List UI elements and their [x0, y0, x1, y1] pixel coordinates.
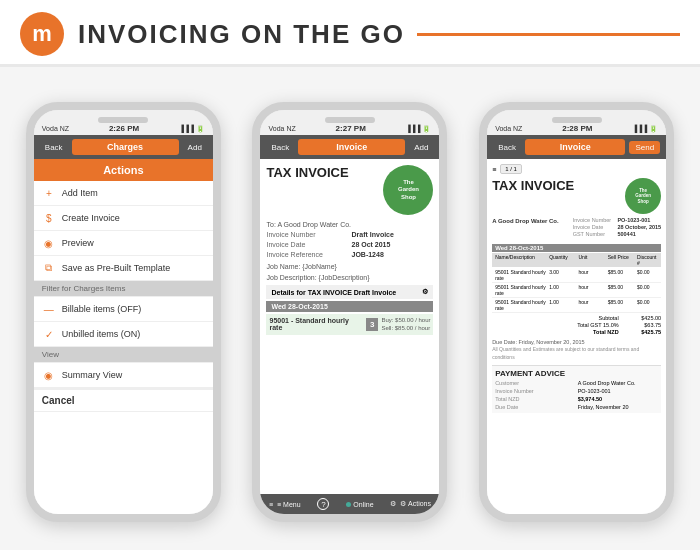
inv-date-value: 28 Oct 2015: [351, 241, 433, 248]
menu-label-preview: Preview: [62, 238, 94, 248]
due-note: All Quantities and Estimates are subject…: [492, 346, 661, 361]
app-logo: m: [20, 12, 64, 56]
table-row-3: 95001 Standard hourly rate 1.00 hour $85…: [492, 298, 661, 313]
gst-total-label: Total GST 15.0%: [577, 322, 618, 328]
customer-section: A Good Drop Water Co.: [492, 217, 559, 240]
inv-date-value-3: 28 October, 2015: [617, 224, 661, 230]
time-1: 2:26 PM: [109, 124, 139, 133]
nav-title-2: Invoice: [298, 139, 405, 155]
hamburger-icon[interactable]: ≡: [492, 166, 496, 173]
status-bar-2: Voda NZ 2:27 PM ▐▐▐ 🔋: [260, 110, 439, 135]
menu-item-summary[interactable]: ◉ Summary View: [34, 363, 213, 388]
pay-customer-label: Customer: [495, 380, 576, 386]
phones-container: Voda NZ 2:26 PM ▐▐▐ 🔋 Back Charges Add A…: [0, 67, 700, 549]
customer-label: A Good Drop Water Co.: [492, 217, 559, 226]
app-header: m INVOICING ON THE GO: [0, 0, 700, 67]
total-nzd-value: $425.75: [620, 329, 661, 335]
status-bar-3: Voda NZ 2:28 PM ▐▐▐ 🔋: [487, 110, 666, 135]
due-date: Due Date: Friday, November 20, 2015: [492, 338, 661, 346]
pay-due-value: Friday, November 20: [578, 404, 659, 410]
invoice-title-row: TAX INVOICE The Garden Shop: [266, 165, 433, 215]
nav-title-3: Invoice: [525, 139, 626, 155]
table-row-1: 95001 Standard hourly rate 3.00 hour $85…: [492, 268, 661, 283]
inv-date-label-3: Invoice Date: [573, 224, 617, 230]
menu-label-billable: Billable items (OFF): [62, 304, 142, 314]
plus-icon: +: [42, 186, 56, 200]
job-desc: Job Description: {JobDescription}: [266, 274, 433, 281]
add-btn-2[interactable]: Add: [409, 141, 433, 154]
invoice-full-screen: ≡ 1 / 1 TAX INVOICE The Garden Shop A Go…: [487, 159, 666, 514]
prices: Buy: $50.00 / hour Sell: $85.00 / hour: [381, 316, 430, 333]
time-2: 2:27 PM: [336, 124, 366, 133]
menu-item-billable[interactable]: — Billable items (OFF): [34, 297, 213, 322]
nav-title-1: Charges: [72, 139, 179, 155]
menu-list: + Add Item $ Create Invoice ◉ Preview ⧉ …: [34, 181, 213, 514]
pay-invoice-label: Invoice Number: [495, 388, 576, 394]
menu-btn[interactable]: ≡ ≡ Menu: [269, 501, 301, 508]
inv-date-label: Invoice Date: [266, 241, 348, 248]
draft-details-header: Details for TAX INVOICE Draft Invoice ⚙: [266, 285, 433, 299]
back-btn-2[interactable]: Back: [266, 141, 294, 154]
filter-label: Filter for Charges Items: [42, 284, 126, 293]
section-view: View: [34, 347, 213, 363]
header-divider: [417, 33, 680, 36]
menu-item-unbilled[interactable]: ✓ Unbilled items (ON): [34, 322, 213, 347]
th-qty: Quantity: [549, 254, 577, 266]
bottom-bar-2: ≡ ≡ Menu ? Online ⚙ ⚙ Actions: [260, 494, 439, 514]
line-item-content: 95001 - Standard hourly rate: [269, 317, 363, 331]
th-discount: Discount #: [637, 254, 658, 266]
actions-icon: ⚙: [390, 500, 396, 508]
carrier-3: Voda NZ: [495, 125, 522, 132]
full-invoice-header: TAX INVOICE The Garden Shop: [492, 178, 661, 214]
subtotal-value: $425.00: [620, 315, 661, 321]
actions-btn[interactable]: ⚙ ⚙ Actions: [390, 500, 431, 508]
menu-item-save[interactable]: ⧉ Save as Pre-Built Template: [34, 256, 213, 281]
summary-icon: ◉: [42, 368, 56, 382]
payment-title: PAYMENT ADVICE: [495, 369, 658, 378]
pay-total-value: $3,974.50: [578, 396, 659, 402]
job-name: Job Name: {JobName}: [266, 263, 433, 270]
menu-icon: ≡: [269, 501, 273, 508]
status-icons-3: ▐▐▐ 🔋: [632, 125, 658, 133]
gst-total-value: $63.75: [620, 322, 661, 328]
invoice-title-2: TAX INVOICE: [266, 165, 348, 180]
pay-customer-value: A Good Drop Water Co.: [578, 380, 659, 386]
inv-ref-label: Invoice Reference: [266, 251, 348, 258]
hamburger-nav: ≡ 1 / 1: [492, 164, 661, 174]
add-btn-1[interactable]: Add: [183, 141, 207, 154]
carrier-2: Voda NZ: [268, 125, 295, 132]
subtotal-label: Subtotal: [577, 315, 618, 321]
back-btn-3[interactable]: Back: [493, 141, 521, 154]
line-item: 95001 - Standard hourly rate 3 Buy: $50.…: [266, 314, 433, 335]
menu-item-create[interactable]: $ Create Invoice: [34, 206, 213, 231]
status-icons-1: ▐▐▐ 🔋: [179, 125, 205, 133]
gst-label: GST Number: [573, 231, 617, 237]
menu-label-add: Add Item: [62, 188, 98, 198]
hours-value: 3: [366, 318, 378, 331]
full-invoice-info: A Good Drop Water Co. Invoice Number PO-…: [492, 217, 661, 240]
status-bar-1: Voda NZ 2:26 PM ▐▐▐ 🔋: [34, 110, 213, 135]
total-nzd-label: Total NZD: [577, 329, 618, 335]
menu-item-add[interactable]: + Add Item: [34, 181, 213, 206]
back-btn-1[interactable]: Back: [40, 141, 68, 154]
help-btn[interactable]: ?: [317, 498, 329, 510]
payment-advice: PAYMENT ADVICE Customer A Good Drop Wate…: [492, 365, 661, 413]
menu-label-unbilled: Unbilled items (ON): [62, 329, 141, 339]
actions-header: Actions: [34, 159, 213, 181]
inv-num-label-3: Invoice Number: [573, 217, 617, 223]
th-name: Name/Description: [495, 254, 548, 266]
help-icon: ?: [317, 498, 329, 510]
invoice-screen: TAX INVOICE The Garden Shop To: A Good D…: [260, 159, 439, 494]
save-icon: ⧉: [42, 261, 56, 275]
phone-1: Voda NZ 2:26 PM ▐▐▐ 🔋 Back Charges Add A…: [26, 102, 221, 522]
inv-ref-value: JOB-1248: [351, 251, 433, 258]
menu-item-preview[interactable]: ◉ Preview: [34, 231, 213, 256]
pay-total-label: Total NZD: [495, 396, 576, 402]
totals-section: Subtotal $425.00 Total GST 15.0% $63.75 …: [492, 315, 661, 335]
cancel-item[interactable]: Cancel: [34, 388, 213, 412]
dash-icon: —: [42, 302, 56, 316]
nav-bar-1: Back Charges Add: [34, 135, 213, 159]
send-btn[interactable]: Send: [629, 141, 660, 154]
full-date-header: Wed 28-Oct-2015: [492, 244, 661, 252]
totals-grid: Subtotal $425.00 Total GST 15.0% $63.75 …: [577, 315, 661, 335]
